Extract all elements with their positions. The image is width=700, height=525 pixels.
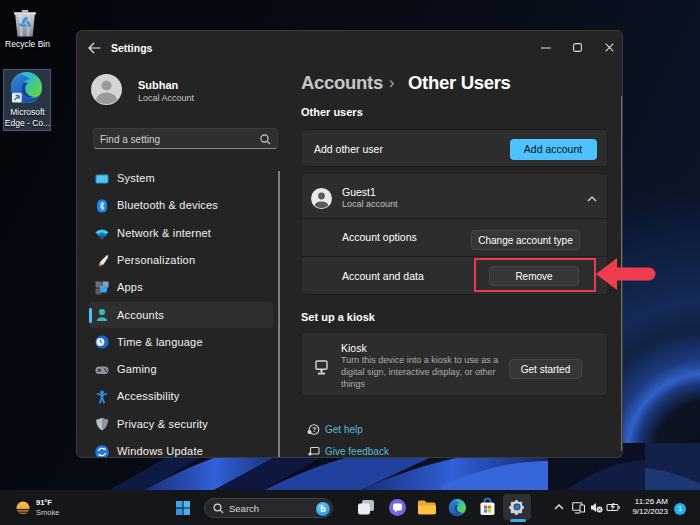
svg-text:?: ? [312,425,317,434]
